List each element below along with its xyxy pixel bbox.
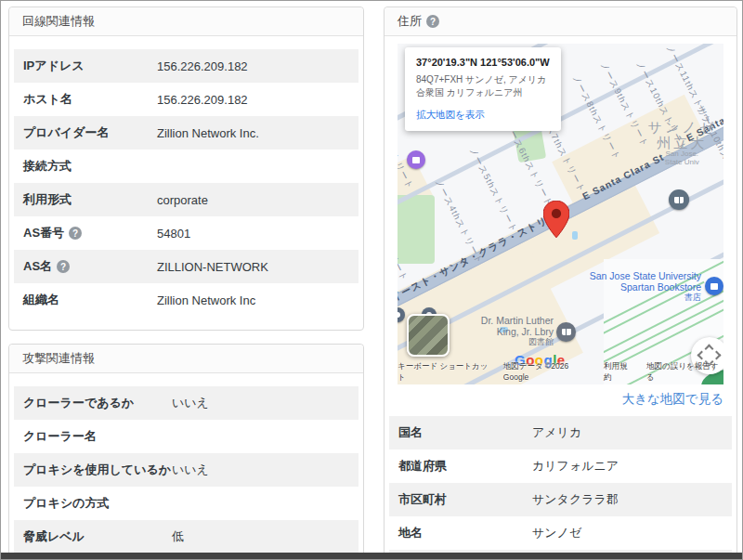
graduation-glyph xyxy=(674,197,684,203)
row-label: 都道府県 xyxy=(398,458,532,475)
library-label[interactable]: Dr. Martin Luther King, Jr. Lbry 図書館 xyxy=(481,315,554,346)
keyboard-shortcuts-button[interactable]: キーボード ショートカット xyxy=(398,361,490,384)
help-icon[interactable]: ? xyxy=(69,227,82,240)
table-row: クローラーであるか いいえ xyxy=(14,386,358,420)
table-row: クローラー名 xyxy=(14,420,358,453)
address-card-body: イースト・サンタ・クララ・ストリート E Santa Clara St E Sa… xyxy=(385,36,736,560)
row-value: いいえ xyxy=(172,395,349,411)
line-info-card-header: 回線関連情報 xyxy=(9,7,363,36)
row-value: サンタクララ郡 xyxy=(532,491,723,508)
attack-info-card: 攻撃関連情報 クローラーであるか いいえ クローラー名 プロキシを使用しているか… xyxy=(8,344,364,560)
table-row: IPアドレス 156.226.209.182 xyxy=(14,49,358,83)
row-value: Zillion Network Inc xyxy=(157,293,349,307)
row-label: 市区町村 xyxy=(398,491,532,508)
row-label: プロキシを使用しているか xyxy=(23,462,172,478)
bookstore-label[interactable]: San Jose State University Spartan Bookst… xyxy=(590,270,701,302)
row-label: 組織名 xyxy=(23,292,157,308)
street-label: ノース5thストリート xyxy=(466,146,520,235)
ip-info-page: 回線関連情報 IPアドレス 156.226.209.182 ホスト名 156.2… xyxy=(0,0,743,560)
attack-info-card-body: クローラーであるか いいえ クローラー名 プロキシを使用しているか いいえ プロ… xyxy=(9,373,363,560)
table-row: プロキシの方式 xyxy=(14,487,358,520)
attack-info-card-title: 攻撃関連情報 xyxy=(22,350,95,367)
attack-info-card-header: 攻撃関連情報 xyxy=(9,345,363,373)
row-label: 脅威レベル xyxy=(23,528,172,545)
row-value: いいえ xyxy=(172,462,349,478)
row-value: 低 xyxy=(172,528,349,545)
table-row: 接続方式 xyxy=(14,150,358,183)
terms-link[interactable]: 利用規約 xyxy=(604,361,633,384)
row-value: 54801 xyxy=(157,227,349,241)
book-glyph xyxy=(562,329,571,335)
table-row: プロキシを使用しているか いいえ xyxy=(14,453,358,487)
help-icon[interactable]: ? xyxy=(57,260,70,273)
table-row: 国名 アメリカ xyxy=(389,416,732,449)
shop-poi-icon[interactable] xyxy=(407,150,425,169)
row-label: 利用形式 xyxy=(23,191,157,208)
table-row: 都道府県 カリフォルニア xyxy=(389,449,732,483)
row-value: ZILLION-NETWORK xyxy=(157,260,349,274)
row-label: AS名? xyxy=(23,258,157,275)
map-attribution: キーボード ショートカット 地図データ ©2026 Google 利用規約 地図… xyxy=(398,361,722,384)
coordinates-text: 37°20'19.3"N 121°53'06.0"W xyxy=(416,57,550,68)
plus-code-address: 84Q7+FXH サンノゼ, アメリカ合衆国 カリフォルニア州 xyxy=(416,73,550,99)
map-info-window: 37°20'19.3"N 121°53'06.0"W 84Q7+FXH サンノゼ… xyxy=(405,47,561,131)
help-icon[interactable]: ? xyxy=(426,15,439,28)
row-value: カリフォルニア xyxy=(532,458,723,475)
table-row: 市区町村 サンタクララ郡 xyxy=(389,483,732,516)
row-label: プロキシの方式 xyxy=(23,495,172,512)
location-pin-icon[interactable] xyxy=(543,201,569,238)
map-data-copyright: 地図データ ©2026 Google xyxy=(503,361,591,384)
row-value: 156.226.209.182 xyxy=(157,59,349,73)
row-label: プロバイダー名 xyxy=(23,124,157,141)
google-map-embed[interactable]: イースト・サンタ・クララ・ストリート E Santa Clara St E Sa… xyxy=(398,44,723,384)
left-column: 回線関連情報 IPアドレス 156.226.209.182 ホスト名 156.2… xyxy=(8,7,364,560)
window-bottom-edge xyxy=(1,553,742,559)
address-card-header: 住所 ? xyxy=(385,7,736,36)
table-row: 利用形式 corporate xyxy=(14,183,358,216)
row-label: 国名 xyxy=(398,424,532,441)
university-poi-icon[interactable] xyxy=(669,189,689,210)
view-bigger-map-link[interactable]: 大きな地図で見る xyxy=(398,384,723,414)
table-row: 組織名 Zillion Network Inc xyxy=(14,283,358,317)
transit-glyph xyxy=(398,312,400,318)
report-error-link[interactable]: 地図の誤りを報告する xyxy=(646,361,722,384)
row-label: 地名 xyxy=(398,525,532,541)
row-value: Zillion Network Inc. xyxy=(157,126,349,140)
pan-right-icon[interactable] xyxy=(712,351,722,360)
table-row: AS名? ZILLION-NETWORK xyxy=(14,250,358,283)
campus-label: サンノゼ 州立大 San Jose. State Univ xyxy=(648,120,716,167)
satellite-view-toggle[interactable] xyxy=(407,314,450,357)
row-label: クローラーであるか xyxy=(23,395,172,411)
bag-glyph xyxy=(710,283,718,290)
map-park xyxy=(398,195,435,264)
row-value: アメリカ xyxy=(532,424,723,441)
pan-left-icon[interactable] xyxy=(697,351,707,360)
table-row: 地名 サンノゼ xyxy=(389,516,732,550)
street-label: ノース4thストリート xyxy=(432,177,486,267)
table-row: 脅威レベル 低 xyxy=(14,520,358,553)
address-table: 国名 アメリカ 都道府県 カリフォルニア 市区町村 サンタクララ郡 地名 サンノ… xyxy=(389,416,732,560)
row-label: ホスト名 xyxy=(23,91,157,108)
line-info-card-body: IPアドレス 156.226.209.182 ホスト名 156.226.209.… xyxy=(9,36,363,330)
row-label: クローラー名 xyxy=(23,428,172,445)
view-larger-map-link[interactable]: 拡大地図を表示 xyxy=(416,109,550,122)
row-label: 接続方式 xyxy=(23,158,157,175)
row-label: AS番号? xyxy=(23,225,157,241)
line-info-card-title: 回線関連情報 xyxy=(22,13,95,30)
address-card: 住所 ? xyxy=(384,7,737,560)
shop-glyph xyxy=(412,157,420,163)
row-value: サンノゼ xyxy=(532,525,723,541)
row-value: 156.226.209.182 xyxy=(157,93,349,107)
address-card-title: 住所 xyxy=(398,13,422,30)
line-info-card: 回線関連情報 IPアドレス 156.226.209.182 ホスト名 156.2… xyxy=(8,7,364,331)
table-row: AS番号? 54801 xyxy=(14,216,358,250)
right-column: 住所 ? xyxy=(384,7,737,560)
bookstore-poi-icon[interactable] xyxy=(705,277,723,295)
row-label: IPアドレス xyxy=(23,58,157,74)
table-row: プロバイダー名 Zillion Network Inc. xyxy=(14,116,358,150)
pan-up-icon[interactable] xyxy=(705,345,714,354)
table-row: ホスト名 156.226.209.182 xyxy=(14,83,358,116)
row-value: corporate xyxy=(157,193,349,207)
map-water-feature xyxy=(572,231,578,240)
library-poi-icon[interactable] xyxy=(556,322,576,342)
